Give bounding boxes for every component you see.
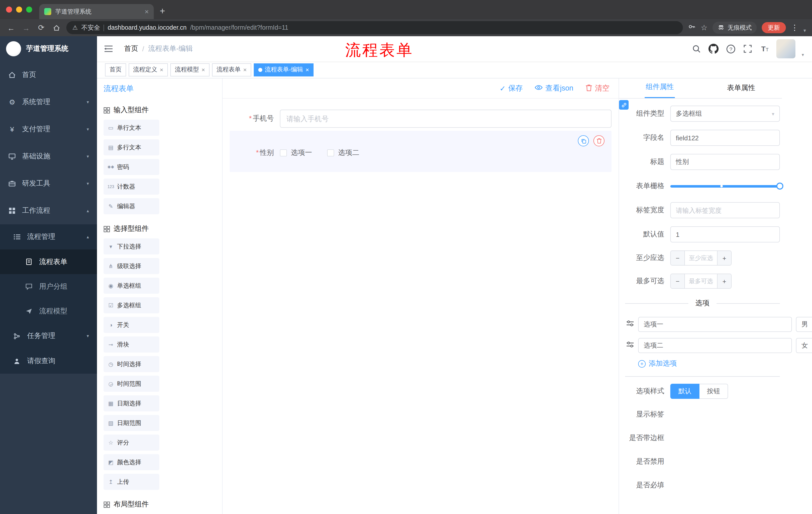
field-gender[interactable]: *性别 选项一 选项二 (230, 144, 605, 162)
sidebar-item-leave-query[interactable]: 请假查询 (0, 349, 97, 374)
zoom-window-button[interactable] (26, 6, 32, 12)
sidebar-item-process-model[interactable]: 流程模型 (0, 299, 97, 323)
option-2-label-input[interactable] (638, 338, 792, 353)
decrease-button[interactable]: − (671, 251, 685, 265)
font-size-icon[interactable]: TT (759, 43, 771, 54)
fullscreen-icon[interactable] (743, 43, 753, 54)
palette-item-rate[interactable]: ☆评分 (104, 435, 159, 451)
sidebar-item-payment[interactable]: ¥ 支付管理 ▾ (0, 116, 97, 143)
slider-handle[interactable] (776, 183, 783, 190)
field-name-input[interactable] (670, 130, 780, 146)
tab-component-props[interactable]: 组件属性 (619, 78, 700, 98)
copy-item-button[interactable] (578, 135, 589, 146)
option-1-label-input[interactable] (638, 317, 792, 332)
hamburger-icon[interactable] (103, 43, 114, 54)
palette-item-radio-group[interactable]: ◉单选框组 (104, 278, 159, 294)
delete-item-button[interactable] (593, 135, 605, 146)
search-icon[interactable] (691, 43, 702, 54)
tag-close-icon[interactable]: × (160, 66, 163, 73)
palette-item-editor[interactable]: ✎编辑器 (104, 198, 159, 214)
tag-process-model[interactable]: 流程模型 × (170, 63, 209, 76)
palette-item-checkbox-group[interactable]: ☑多选框组 (104, 297, 159, 313)
palette-item-single-line-text[interactable]: ▭单行文本 (104, 120, 159, 136)
save-button[interactable]: ✓ 保存 (499, 83, 523, 93)
avatar[interactable] (777, 39, 796, 58)
tab-form-props[interactable]: 表单属性 (700, 78, 782, 98)
browser-menu-icon[interactable]: ⋮ (791, 23, 799, 32)
palette-item-time-range[interactable]: ◶时间范围 (104, 376, 159, 392)
tag-home[interactable]: 首页 (105, 63, 126, 76)
option-2-value-input[interactable] (796, 338, 812, 353)
sidebar-logo[interactable]: 芋道管理系统 (0, 36, 97, 61)
sidebar-item-system[interactable]: ⚙ 系统管理 ▾ (0, 88, 97, 116)
gender-option-2-checkbox[interactable]: 选项二 (327, 148, 359, 157)
slider-track[interactable] (670, 185, 780, 187)
component-type-select[interactable]: 多选框组▾ (670, 106, 780, 122)
bookmark-star-icon[interactable]: ☆ (701, 23, 707, 32)
increase-button[interactable]: + (717, 274, 731, 288)
sidebar-item-workflow[interactable]: 工作流程 ▴ (0, 197, 97, 224)
palette-item-textarea[interactable]: ▤多行文本 (104, 139, 159, 155)
palette-item-slider[interactable]: ⊸滑块 (104, 336, 159, 353)
help-icon[interactable]: ? (725, 43, 736, 54)
address-bar[interactable]: ⚠ 不安全 dashboard.yudao.iocoder.cn /bpm/ma… (66, 21, 683, 34)
label-width-input[interactable] (670, 202, 780, 218)
forward-icon[interactable]: → (21, 23, 31, 32)
tag-process-form-edit[interactable]: 流程表单-编辑 × (254, 63, 314, 76)
min-select-value[interactable]: 至少应选 (685, 251, 717, 265)
drag-handle-icon[interactable] (626, 320, 634, 329)
palette-item-counter[interactable]: 123计数器 (104, 179, 159, 195)
palette-item-color[interactable]: ◩颜色选择 (104, 454, 159, 470)
max-select-value[interactable]: 最多可选 (685, 274, 717, 288)
password-key-icon[interactable] (688, 23, 696, 33)
drawing-board[interactable]: *手机号 *性别 选项一 (223, 99, 618, 514)
sidebar-item-devtools[interactable]: 研发工具 ▾ (0, 170, 97, 197)
style-default-button[interactable]: 默认 (670, 384, 699, 399)
tag-close-icon[interactable]: × (306, 66, 309, 73)
toolbar-overflow-caret-icon[interactable]: ▾ (804, 28, 806, 33)
browser-tab[interactable]: 芋道管理系统 × (39, 4, 154, 19)
default-value-input[interactable] (670, 226, 780, 242)
breadcrumb-home[interactable]: 首页 (124, 44, 138, 53)
drag-handle-icon[interactable] (626, 341, 634, 350)
gender-option-1-checkbox[interactable]: 选项一 (280, 148, 312, 157)
sidebar-item-process-form[interactable]: 流程表单 (0, 249, 97, 274)
phone-input[interactable] (280, 110, 611, 128)
sidebar-item-process-mgmt[interactable]: 流程管理 ▴ (0, 224, 97, 249)
reload-icon[interactable]: ⟳ (36, 23, 46, 32)
tag-process-form[interactable]: 流程表单 × (212, 63, 251, 76)
palette-item-select[interactable]: ▾下拉选择 (104, 238, 159, 254)
option-1-value-input[interactable] (796, 317, 812, 332)
clear-button[interactable]: 清空 (585, 83, 609, 93)
palette-item-upload[interactable]: ↥上传 (104, 474, 159, 490)
sidebar-item-home[interactable]: 首页 (0, 61, 97, 88)
field-gender-selected[interactable]: *性别 选项一 选项二 (230, 131, 611, 172)
grid-slider[interactable] (670, 178, 780, 194)
browser-update-button[interactable]: 更新 (762, 22, 786, 33)
avatar-caret-icon[interactable]: ▾ (802, 52, 804, 57)
sidebar-item-task-mgmt[interactable]: 任务管理 ▾ (0, 323, 97, 349)
style-button-button[interactable]: 按钮 (699, 384, 728, 399)
tab-close-icon[interactable]: × (145, 7, 149, 16)
increase-button[interactable]: + (717, 251, 731, 265)
link-icon[interactable] (619, 100, 629, 110)
tag-close-icon[interactable]: × (202, 66, 205, 73)
title-input[interactable] (670, 154, 780, 170)
close-window-button[interactable] (6, 6, 12, 12)
security-warning-icon[interactable]: ⚠ (72, 24, 78, 31)
view-json-button[interactable]: 查看json (535, 83, 573, 93)
security-label[interactable]: 不安全 (81, 23, 100, 32)
add-option-button[interactable]: + 添加选项 (638, 359, 780, 368)
sidebar-item-user-group[interactable]: 用户分组 (0, 274, 97, 299)
decrease-button[interactable]: − (671, 274, 685, 288)
browser-home-icon[interactable] (51, 24, 61, 31)
minimize-window-button[interactable] (16, 6, 22, 12)
palette-item-password[interactable]: ✱✱密码 (104, 159, 159, 175)
new-tab-button[interactable]: + (160, 6, 165, 17)
palette-item-switch[interactable]: ◑开关 (104, 317, 159, 333)
palette-item-date-range[interactable]: ▧日期范围 (104, 415, 159, 431)
field-phone[interactable]: *手机号 (230, 110, 611, 128)
palette-item-date[interactable]: ▦日期选择 (104, 395, 159, 411)
github-icon[interactable] (708, 43, 719, 54)
tag-process-definition[interactable]: 流程定义 × (128, 63, 168, 76)
